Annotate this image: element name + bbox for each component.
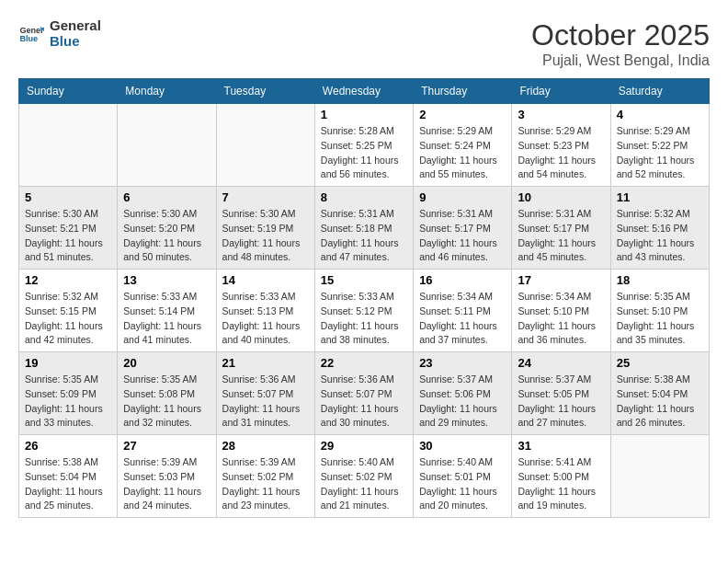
- calendar-day-23: 23Sunrise: 5:37 AMSunset: 5:06 PMDayligh…: [414, 352, 512, 435]
- day-number: 26: [25, 439, 111, 453]
- day-number: 22: [321, 356, 407, 370]
- day-number: 14: [222, 273, 309, 287]
- day-info: Sunrise: 5:36 AMSunset: 5:07 PMDaylight:…: [222, 373, 309, 431]
- calendar-empty-cell: [118, 104, 216, 187]
- day-number: 2: [419, 108, 506, 121]
- calendar-day-13: 13Sunrise: 5:33 AMSunset: 5:14 PMDayligh…: [118, 270, 216, 352]
- day-info: Sunrise: 5:31 AMSunset: 5:17 PMDaylight:…: [518, 207, 604, 265]
- calendar-table: SundayMondayTuesdayWednesdayThursdayFrid…: [18, 78, 710, 518]
- calendar-day-11: 11Sunrise: 5:32 AMSunset: 5:16 PMDayligh…: [610, 187, 709, 270]
- day-info: Sunrise: 5:40 AMSunset: 5:02 PMDaylight:…: [321, 455, 407, 513]
- day-number: 5: [25, 190, 111, 204]
- calendar-day-31: 31Sunrise: 5:41 AMSunset: 5:00 PMDayligh…: [512, 435, 610, 518]
- location-subtitle: Pujali, West Bengal, India: [531, 52, 710, 69]
- day-info: Sunrise: 5:29 AMSunset: 5:23 PMDaylight:…: [518, 124, 604, 182]
- logo-icon: General Blue: [18, 21, 44, 47]
- calendar-day-3: 3Sunrise: 5:29 AMSunset: 5:23 PMDaylight…: [512, 104, 610, 187]
- calendar-day-2: 2Sunrise: 5:29 AMSunset: 5:24 PMDaylight…: [414, 104, 512, 187]
- calendar-week-2: 5Sunrise: 5:30 AMSunset: 5:21 PMDaylight…: [19, 187, 710, 270]
- weekday-header-saturday: Saturday: [610, 79, 709, 104]
- calendar-day-5: 5Sunrise: 5:30 AMSunset: 5:21 PMDaylight…: [19, 187, 118, 270]
- day-info: Sunrise: 5:30 AMSunset: 5:20 PMDaylight:…: [123, 207, 210, 265]
- day-info: Sunrise: 5:39 AMSunset: 5:03 PMDaylight:…: [123, 455, 210, 513]
- logo-general: General: [50, 18, 101, 34]
- day-info: Sunrise: 5:38 AMSunset: 5:04 PMDaylight:…: [617, 373, 703, 431]
- day-info: Sunrise: 5:30 AMSunset: 5:21 PMDaylight:…: [25, 207, 111, 265]
- day-info: Sunrise: 5:33 AMSunset: 5:12 PMDaylight:…: [321, 290, 407, 348]
- day-number: 23: [419, 356, 506, 370]
- day-number: 17: [518, 273, 604, 287]
- logo: General Blue General Blue: [18, 18, 101, 49]
- day-number: 1: [321, 108, 407, 121]
- day-info: Sunrise: 5:31 AMSunset: 5:17 PMDaylight:…: [419, 207, 506, 265]
- weekday-header-monday: Monday: [118, 79, 216, 104]
- svg-text:Blue: Blue: [19, 34, 38, 43]
- logo-blue: Blue: [50, 34, 101, 50]
- calendar-day-16: 16Sunrise: 5:34 AMSunset: 5:11 PMDayligh…: [414, 270, 512, 352]
- calendar-day-26: 26Sunrise: 5:38 AMSunset: 5:04 PMDayligh…: [19, 435, 118, 518]
- day-info: Sunrise: 5:41 AMSunset: 5:00 PMDaylight:…: [518, 455, 604, 513]
- calendar-day-30: 30Sunrise: 5:40 AMSunset: 5:01 PMDayligh…: [414, 435, 512, 518]
- calendar-day-9: 9Sunrise: 5:31 AMSunset: 5:17 PMDaylight…: [414, 187, 512, 270]
- day-info: Sunrise: 5:33 AMSunset: 5:14 PMDaylight:…: [123, 290, 210, 348]
- calendar-day-20: 20Sunrise: 5:35 AMSunset: 5:08 PMDayligh…: [118, 352, 216, 435]
- day-info: Sunrise: 5:39 AMSunset: 5:02 PMDaylight:…: [222, 455, 309, 513]
- calendar-day-22: 22Sunrise: 5:36 AMSunset: 5:07 PMDayligh…: [314, 352, 413, 435]
- title-area: October 2025 Pujali, West Bengal, India: [531, 18, 710, 69]
- calendar-day-25: 25Sunrise: 5:38 AMSunset: 5:04 PMDayligh…: [610, 352, 709, 435]
- day-info: Sunrise: 5:34 AMSunset: 5:11 PMDaylight:…: [419, 290, 506, 348]
- day-number: 15: [321, 273, 407, 287]
- calendar-week-4: 19Sunrise: 5:35 AMSunset: 5:09 PMDayligh…: [19, 352, 710, 435]
- day-number: 8: [321, 190, 407, 204]
- day-info: Sunrise: 5:30 AMSunset: 5:19 PMDaylight:…: [222, 207, 309, 265]
- day-info: Sunrise: 5:31 AMSunset: 5:18 PMDaylight:…: [321, 207, 407, 265]
- day-number: 4: [617, 108, 703, 121]
- calendar-day-12: 12Sunrise: 5:32 AMSunset: 5:15 PMDayligh…: [19, 270, 118, 352]
- calendar-day-18: 18Sunrise: 5:35 AMSunset: 5:10 PMDayligh…: [610, 270, 709, 352]
- day-number: 7: [222, 190, 309, 204]
- calendar-day-6: 6Sunrise: 5:30 AMSunset: 5:20 PMDaylight…: [118, 187, 216, 270]
- calendar-day-29: 29Sunrise: 5:40 AMSunset: 5:02 PMDayligh…: [314, 435, 413, 518]
- calendar-empty-cell: [19, 104, 118, 187]
- day-info: Sunrise: 5:37 AMSunset: 5:06 PMDaylight:…: [419, 373, 506, 431]
- day-number: 11: [617, 190, 703, 204]
- weekday-header-friday: Friday: [512, 79, 610, 104]
- weekday-header-row: SundayMondayTuesdayWednesdayThursdayFrid…: [19, 79, 710, 104]
- calendar-week-3: 12Sunrise: 5:32 AMSunset: 5:15 PMDayligh…: [19, 270, 710, 352]
- day-info: Sunrise: 5:29 AMSunset: 5:22 PMDaylight:…: [617, 124, 703, 182]
- day-number: 25: [617, 356, 703, 370]
- day-info: Sunrise: 5:28 AMSunset: 5:25 PMDaylight:…: [321, 124, 407, 182]
- calendar-empty-cell: [610, 435, 709, 518]
- weekday-header-tuesday: Tuesday: [216, 79, 314, 104]
- day-number: 21: [222, 356, 309, 370]
- calendar-day-14: 14Sunrise: 5:33 AMSunset: 5:13 PMDayligh…: [216, 270, 314, 352]
- weekday-header-sunday: Sunday: [19, 79, 118, 104]
- day-info: Sunrise: 5:34 AMSunset: 5:10 PMDaylight:…: [518, 290, 604, 348]
- day-info: Sunrise: 5:35 AMSunset: 5:09 PMDaylight:…: [25, 373, 111, 431]
- calendar-week-5: 26Sunrise: 5:38 AMSunset: 5:04 PMDayligh…: [19, 435, 710, 518]
- calendar-day-8: 8Sunrise: 5:31 AMSunset: 5:18 PMDaylight…: [314, 187, 413, 270]
- calendar-day-28: 28Sunrise: 5:39 AMSunset: 5:02 PMDayligh…: [216, 435, 314, 518]
- day-info: Sunrise: 5:29 AMSunset: 5:24 PMDaylight:…: [419, 124, 506, 182]
- day-number: 18: [617, 273, 703, 287]
- calendar-day-15: 15Sunrise: 5:33 AMSunset: 5:12 PMDayligh…: [314, 270, 413, 352]
- calendar-day-10: 10Sunrise: 5:31 AMSunset: 5:17 PMDayligh…: [512, 187, 610, 270]
- calendar-day-24: 24Sunrise: 5:37 AMSunset: 5:05 PMDayligh…: [512, 352, 610, 435]
- page-header: General Blue General Blue October 2025 P…: [18, 18, 710, 69]
- day-info: Sunrise: 5:35 AMSunset: 5:08 PMDaylight:…: [123, 373, 210, 431]
- day-info: Sunrise: 5:35 AMSunset: 5:10 PMDaylight:…: [617, 290, 703, 348]
- day-info: Sunrise: 5:32 AMSunset: 5:15 PMDaylight:…: [25, 290, 111, 348]
- weekday-header-wednesday: Wednesday: [314, 79, 413, 104]
- day-number: 24: [518, 356, 604, 370]
- day-number: 19: [25, 356, 111, 370]
- calendar-day-1: 1Sunrise: 5:28 AMSunset: 5:25 PMDaylight…: [314, 104, 413, 187]
- day-number: 12: [25, 273, 111, 287]
- day-info: Sunrise: 5:33 AMSunset: 5:13 PMDaylight:…: [222, 290, 309, 348]
- day-number: 9: [419, 190, 506, 204]
- day-number: 20: [123, 356, 210, 370]
- day-number: 3: [518, 108, 604, 121]
- day-number: 16: [419, 273, 506, 287]
- calendar-day-27: 27Sunrise: 5:39 AMSunset: 5:03 PMDayligh…: [118, 435, 216, 518]
- day-number: 30: [419, 439, 506, 453]
- day-number: 27: [123, 439, 210, 453]
